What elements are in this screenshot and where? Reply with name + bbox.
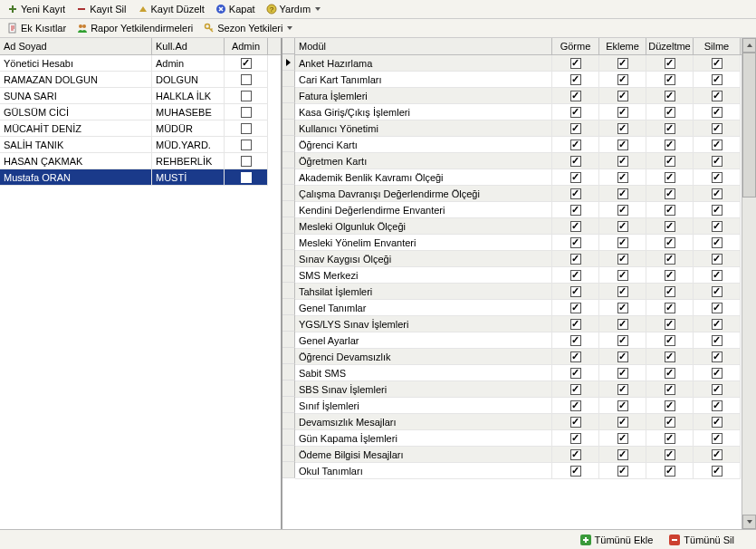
module-view-cell[interactable] bbox=[552, 88, 599, 104]
module-del-cell[interactable] bbox=[694, 202, 741, 218]
edit-checkbox[interactable] bbox=[665, 400, 675, 411]
module-edit-cell[interactable] bbox=[646, 365, 694, 381]
row-selector[interactable] bbox=[282, 332, 295, 348]
delete-all-button[interactable]: Tümünü Sil bbox=[665, 534, 738, 546]
module-edit-cell[interactable] bbox=[646, 267, 694, 284]
edit-checkbox[interactable] bbox=[665, 91, 675, 101]
view-checkbox[interactable] bbox=[570, 91, 581, 101]
module-del-cell[interactable] bbox=[694, 300, 741, 316]
module-row[interactable]: Anket Hazırlama bbox=[295, 55, 742, 72]
row-selector[interactable] bbox=[282, 234, 295, 250]
row-selector[interactable] bbox=[282, 185, 295, 201]
module-row[interactable]: Mesleki Yönelim Envanteri bbox=[295, 235, 742, 251]
user-row[interactable]: HASAN ÇAKMAKREHBERLİK bbox=[0, 153, 281, 169]
module-edit-cell[interactable] bbox=[646, 169, 694, 186]
add-checkbox[interactable] bbox=[617, 172, 628, 183]
module-edit-cell[interactable] bbox=[646, 202, 694, 218]
module-del-cell[interactable] bbox=[694, 88, 741, 104]
edit-checkbox[interactable] bbox=[665, 352, 675, 362]
module-add-cell[interactable] bbox=[599, 381, 646, 398]
del-checkbox[interactable] bbox=[712, 91, 723, 101]
module-row[interactable]: Cari Kart Tanımları bbox=[295, 72, 742, 88]
col-view[interactable]: Görme bbox=[552, 38, 599, 54]
view-checkbox[interactable] bbox=[570, 188, 581, 199]
module-edit-cell[interactable] bbox=[646, 316, 694, 332]
del-checkbox[interactable] bbox=[712, 384, 723, 395]
module-del-cell[interactable] bbox=[694, 365, 741, 381]
module-view-cell[interactable] bbox=[552, 120, 599, 137]
edit-checkbox[interactable] bbox=[665, 205, 675, 216]
report-auth-button[interactable]: Rapor Yetkilendirmeleri bbox=[73, 22, 196, 34]
module-row[interactable]: Devamsızlık Mesajları bbox=[295, 414, 742, 430]
user-admin-cell[interactable] bbox=[225, 137, 268, 153]
module-row[interactable]: Sınıf İşlemleri bbox=[295, 398, 742, 414]
row-selector[interactable] bbox=[282, 71, 295, 87]
edit-checkbox[interactable] bbox=[665, 303, 675, 313]
add-checkbox[interactable] bbox=[617, 254, 628, 265]
module-del-cell[interactable] bbox=[694, 153, 741, 169]
module-edit-cell[interactable] bbox=[646, 218, 694, 235]
module-edit-cell[interactable] bbox=[646, 398, 694, 414]
module-row[interactable]: Gün Kapama İşlemleri bbox=[295, 430, 742, 447]
module-add-cell[interactable] bbox=[599, 202, 646, 218]
del-checkbox[interactable] bbox=[712, 123, 723, 134]
module-add-cell[interactable] bbox=[599, 447, 646, 463]
module-row[interactable]: Okul Tanımları bbox=[295, 463, 742, 479]
module-row[interactable]: Tahsilat İşlemleri bbox=[295, 284, 742, 300]
module-add-cell[interactable] bbox=[599, 120, 646, 137]
del-checkbox[interactable] bbox=[712, 417, 723, 428]
row-selector[interactable] bbox=[282, 462, 295, 478]
add-checkbox[interactable] bbox=[617, 58, 628, 69]
del-checkbox[interactable] bbox=[712, 466, 723, 477]
del-checkbox[interactable] bbox=[712, 205, 723, 216]
module-edit-cell[interactable] bbox=[646, 463, 694, 479]
user-row[interactable]: Mustafa ORANMUSTİ bbox=[0, 169, 281, 186]
del-checkbox[interactable] bbox=[712, 270, 723, 281]
edit-checkbox[interactable] bbox=[665, 172, 675, 183]
row-selector[interactable] bbox=[282, 250, 295, 266]
module-view-cell[interactable] bbox=[552, 137, 599, 153]
module-del-cell[interactable] bbox=[694, 398, 741, 414]
del-checkbox[interactable] bbox=[712, 368, 723, 379]
module-edit-cell[interactable] bbox=[646, 300, 694, 316]
row-selector[interactable] bbox=[282, 446, 295, 462]
module-del-cell[interactable] bbox=[694, 463, 741, 479]
module-row[interactable]: Fatura İşlemleri bbox=[295, 88, 742, 104]
edit-checkbox[interactable] bbox=[665, 335, 675, 346]
del-checkbox[interactable] bbox=[712, 237, 723, 248]
user-row[interactable]: MÜCAHİT DENİZMÜDÜR bbox=[0, 120, 281, 137]
module-row[interactable]: Kendini Değerlendirme Envanteri bbox=[295, 202, 742, 218]
view-checkbox[interactable] bbox=[570, 221, 581, 232]
new-record-button[interactable]: Yeni Kayıt bbox=[4, 3, 69, 15]
module-add-cell[interactable] bbox=[599, 137, 646, 153]
module-add-cell[interactable] bbox=[599, 153, 646, 169]
user-row[interactable]: SUNA SARIHALKLA İLK bbox=[0, 88, 281, 104]
row-selector[interactable] bbox=[282, 429, 295, 446]
module-edit-cell[interactable] bbox=[646, 430, 694, 447]
user-row[interactable]: Yönetici HesabıAdmin bbox=[0, 55, 281, 72]
add-checkbox[interactable] bbox=[617, 335, 628, 346]
module-view-cell[interactable] bbox=[552, 430, 599, 447]
admin-checkbox[interactable] bbox=[241, 156, 252, 167]
close-button[interactable]: Kapat bbox=[212, 3, 259, 15]
module-add-cell[interactable] bbox=[599, 316, 646, 332]
module-del-cell[interactable] bbox=[694, 414, 741, 430]
edit-checkbox[interactable] bbox=[665, 319, 675, 330]
edit-checkbox[interactable] bbox=[665, 286, 675, 297]
module-edit-cell[interactable] bbox=[646, 55, 694, 72]
add-checkbox[interactable] bbox=[617, 433, 628, 444]
row-selector[interactable] bbox=[282, 283, 295, 299]
row-selector[interactable] bbox=[282, 136, 295, 152]
module-edit-cell[interactable] bbox=[646, 186, 694, 202]
add-checkbox[interactable] bbox=[617, 123, 628, 134]
view-checkbox[interactable] bbox=[570, 449, 581, 460]
module-view-cell[interactable] bbox=[552, 251, 599, 267]
module-del-cell[interactable] bbox=[694, 430, 741, 447]
module-add-cell[interactable] bbox=[599, 430, 646, 447]
module-edit-cell[interactable] bbox=[646, 235, 694, 251]
module-del-cell[interactable] bbox=[694, 447, 741, 463]
module-edit-cell[interactable] bbox=[646, 284, 694, 300]
module-row[interactable]: Öğrenci Kartı bbox=[295, 137, 742, 153]
col-add[interactable]: Ekleme bbox=[599, 38, 646, 54]
edit-checkbox[interactable] bbox=[665, 74, 675, 85]
